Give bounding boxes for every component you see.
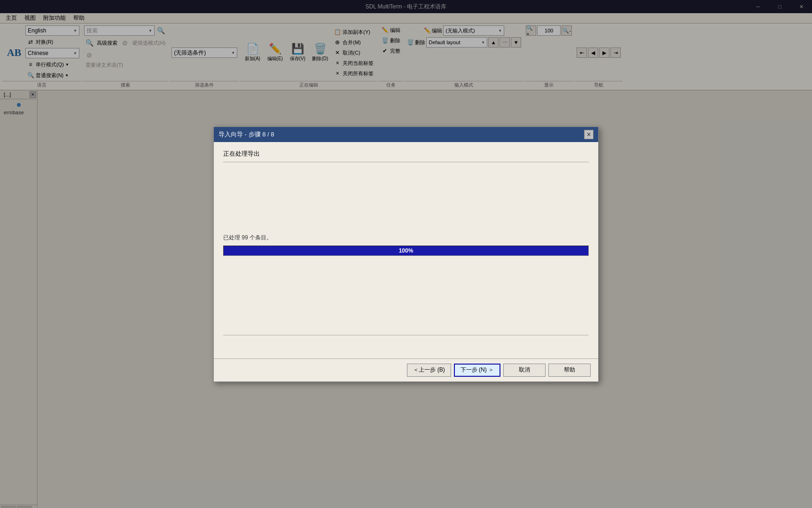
prev-step-button[interactable]: ＜上一步 (B)	[407, 364, 451, 377]
dialog-footer: ＜上一步 (B) 下一步 (N) ＞ 取消 帮助	[214, 358, 598, 381]
dialog-status-text: 正在处理导出	[223, 150, 589, 158]
dialog-title: 导入向导 - 步骤 8 / 8	[219, 130, 274, 139]
dialog-close-button[interactable]: ✕	[584, 130, 593, 139]
dialog-empty-area-2	[223, 256, 589, 331]
dialog-separator-top	[223, 162, 589, 162]
modal-overlay: 导入向导 - 步骤 8 / 8 ✕ 正在处理导出 已处理 99 个条目。 100…	[0, 0, 812, 508]
help-button[interactable]: 帮助	[548, 364, 591, 377]
import-wizard-dialog: 导入向导 - 步骤 8 / 8 ✕ 正在处理导出 已处理 99 个条目。 100…	[213, 127, 599, 382]
next-step-button[interactable]: 下一步 (N) ＞	[454, 364, 500, 377]
dialog-title-bar: 导入向导 - 步骤 8 / 8 ✕	[214, 127, 598, 142]
progress-label: 100%	[224, 246, 588, 255]
cancel-button[interactable]: 取消	[503, 364, 546, 377]
progress-bar-container: 100%	[223, 246, 589, 256]
processed-count-text: 已处理 99 个条目。	[223, 234, 589, 242]
dialog-empty-area	[223, 166, 589, 232]
dialog-body: 正在处理导出 已处理 99 个条目。 100%	[214, 142, 598, 358]
dialog-separator-bottom	[223, 335, 589, 335]
